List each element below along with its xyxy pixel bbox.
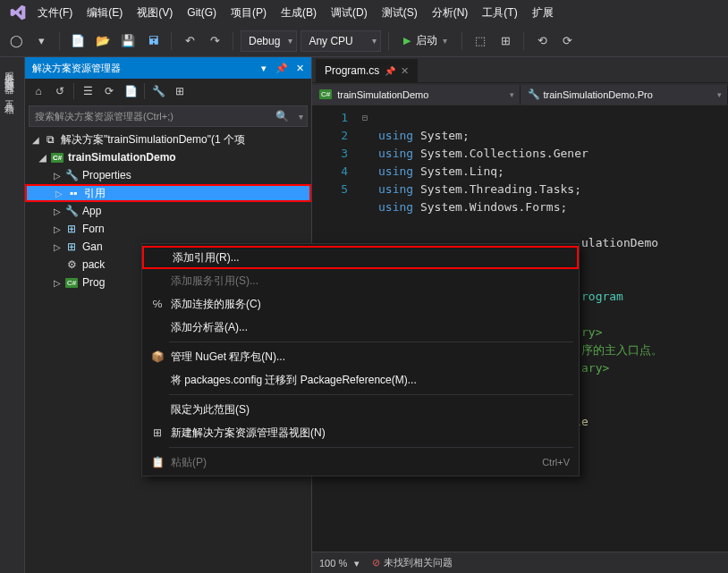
view-icon: ⊞ [148,426,167,439]
link-icon: ℅ [148,298,167,310]
menu-test[interactable]: 测试(S) [375,2,425,24]
toolbox-tab[interactable]: 工具箱 [0,86,19,105]
ctx-add-connected-service[interactable]: ℅ 添加连接的服务(C) [142,292,579,316]
packages-label: pack [82,258,105,271]
menu-build[interactable]: 生成(B) [274,2,324,24]
form-label: Forn [82,223,105,235]
properties-button[interactable]: 🔧 [148,81,168,101]
panel-dropdown-button[interactable]: ▾ [256,60,272,76]
new-project-button[interactable]: 📄 [67,30,89,52]
tab-label: Program.cs [325,64,379,77]
shortcut-label: Ctrl+V [542,457,570,468]
ctx-add-reference[interactable]: 添加引用(R)... [142,246,579,269]
panel-close-button[interactable]: ✕ [292,60,308,76]
redo-button[interactable]: ↷ [204,30,225,52]
nav-type-label: trainSimulationDemo.Pro [544,89,653,100]
menu-analyze[interactable]: 分析(N) [425,2,476,24]
editor-tab-program[interactable]: Program.cs 📌 ✕ [316,59,418,82]
issues-label: 未找到相关问题 [384,556,453,569]
save-all-button[interactable]: 🖬 [142,30,164,52]
main-toolbar: ◯ ▾ 📄 📂 💾 🖬 ↶ ↷ Debug Any CPU ▶ 启动 ▾ ⬚ ⊞… [0,25,728,57]
open-button[interactable]: 📂 [92,30,114,52]
project-node[interactable]: ◢ C# trainSimulationDemo [25,148,311,166]
vs-logo-icon [5,4,30,21]
ctx-add-analyzer[interactable]: 添加分析器(A)... [142,316,579,339]
nav-project-label: trainSimulationDemo [337,89,428,100]
server-explorer-tab[interactable]: 服务器资源管理器 [0,57,19,86]
menu-view[interactable]: 视图(V) [130,2,180,24]
close-tab-icon[interactable]: ✕ [401,65,409,77]
references-icon: ▪▪ [66,187,80,199]
menu-project[interactable]: 项目(P) [224,2,274,24]
play-icon: ▶ [403,35,411,46]
ctx-new-solution-view[interactable]: ⊞ 新建解决方案资源管理器视图(N) [142,421,579,444]
cs-icon: C# [319,89,332,99]
editor-status-bar: 100 % ⊘ 未找到相关问题 [312,552,728,573]
menu-extensions[interactable]: 扩展 [525,2,561,24]
nav-project-combo[interactable]: C# trainSimulationDemo [312,85,521,105]
properties-node[interactable]: ▷ 🔧 Properties [25,166,311,184]
program-label: Prog [82,276,105,289]
pin-icon[interactable]: 📌 [385,66,395,76]
ctx-paste[interactable]: 📋 粘贴(P) Ctrl+V [142,451,579,474]
nav-fwd-button[interactable]: ▾ [30,30,52,52]
cs-file-icon: C# [65,278,78,288]
collapse-button[interactable]: ↺ [50,81,70,101]
start-label: 启动 [416,33,437,48]
pending-changes-button[interactable]: ☰ [78,81,97,101]
home-button[interactable]: ⌂ [29,81,48,101]
search-placeholder: 搜索解决方案资源管理器(Ctrl+;) [35,110,174,123]
config-combo[interactable]: Debug [241,30,297,52]
form-icon: ⊞ [64,223,79,235]
references-node[interactable]: ▷ ▪▪ 引用 [25,184,311,202]
toolbar-btn-1[interactable]: ⬚ [470,30,491,52]
show-all-button[interactable]: 📄 [121,81,140,101]
solution-search-box[interactable]: 搜索解决方案资源管理器(Ctrl+;) 🔍 ▾ [29,105,308,127]
ctx-migrate-packages[interactable]: 将 packages.config 迁移到 PackageReference(M… [142,368,579,392]
project-label: trainSimulationDemo [68,151,176,164]
solution-explorer-toolbar: ⌂ ↺ ☰ ⟳ 📄 🔧 ⊞ [25,79,311,104]
solution-explorer-title-text: 解决方案资源管理器 [32,62,121,75]
preview-button[interactable]: ⊞ [170,81,190,101]
toolbar-btn-4[interactable]: ⟳ [556,30,578,52]
properties-label: Properties [82,169,131,181]
form-icon-2: ⊞ [64,240,79,253]
menu-edit[interactable]: 编辑(E) [80,2,130,24]
menu-debug[interactable]: 调试(D) [324,2,375,24]
paste-icon: 📋 [148,456,167,468]
panel-pin-button[interactable]: 📌 [274,60,290,76]
menu-tools[interactable]: 工具(T) [475,2,524,24]
toolbar-btn-2[interactable]: ⊞ [495,30,516,52]
ctx-scope-to-this[interactable]: 限定为此范围(S) [142,398,579,421]
csharp-project-icon: C# [51,153,63,163]
nuget-icon: 📦 [148,350,167,363]
solution-node[interactable]: ◢ ⧉ 解决方案"trainSimulationDemo"(1 个项 [25,131,311,148]
menu-git[interactable]: Git(G) [180,3,224,22]
platform-combo[interactable]: Any CPU [301,30,381,52]
menu-file[interactable]: 文件(F) [30,2,80,24]
solution-label: 解决方案"trainSimulationDemo"(1 个项 [61,132,245,147]
app-config-node[interactable]: ▷ 🔧 App [25,202,311,220]
left-dock-strip: 服务器资源管理器 工具箱 [0,57,25,573]
config-icon: 🔧 [64,205,79,217]
nav-back-button[interactable]: ◯ [5,30,27,52]
nav-type-combo[interactable]: 🔧 trainSimulationDemo.Pro [521,85,729,105]
menubar: 文件(F) 编辑(E) 视图(V) Git(G) 项目(P) 生成(B) 调试(… [0,0,728,25]
toolbar-btn-3[interactable]: ⟲ [531,30,553,52]
ctx-add-service-reference[interactable]: 添加服务引用(S)... [142,269,579,292]
ctx-manage-nuget[interactable]: 📦 管理 NuGet 程序包(N)... [142,345,579,368]
error-icon: ⊘ [372,557,380,569]
search-icon: 🔍 [275,110,289,122]
app-label: App [82,205,101,217]
save-button[interactable]: 💾 [117,30,139,52]
undo-button[interactable]: ↶ [179,30,200,52]
sync-button[interactable]: ⟳ [99,81,119,101]
zoom-combo[interactable]: 100 % [319,558,360,569]
start-debug-button[interactable]: ▶ 启动 ▾ [396,30,454,52]
editor-tabs: Program.cs 📌 ✕ [312,57,728,82]
search-dropdown-icon: ▾ [299,112,303,122]
separator [169,447,573,448]
solution-icon: ⧉ [43,133,57,146]
game-label: Gan [82,240,103,253]
form-node[interactable]: ▷ ⊞ Forn [25,220,311,238]
